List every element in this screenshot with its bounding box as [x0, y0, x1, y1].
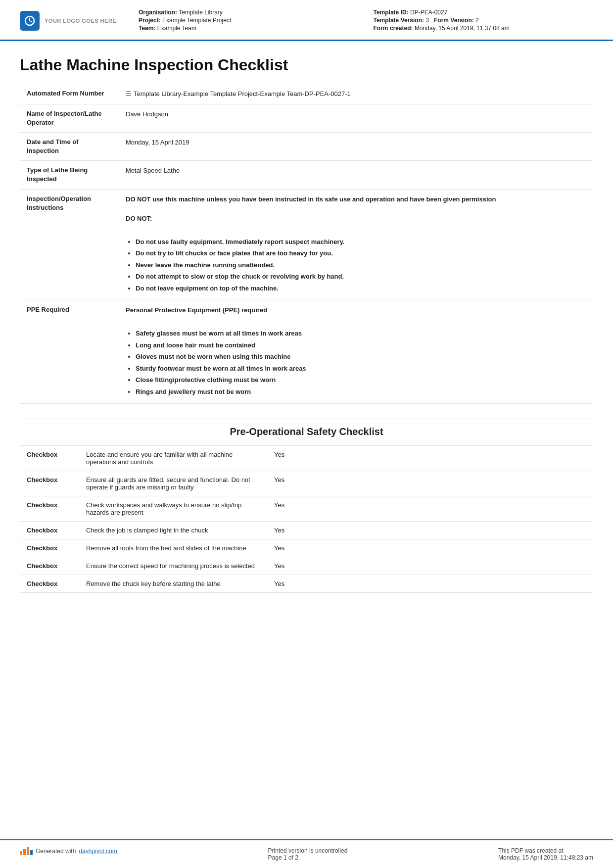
- ppe-item-3: Sturdy footwear must be worn at all time…: [136, 364, 586, 374]
- checklist-label-5: Checkbox: [20, 557, 79, 575]
- footer-middle-line2: Page 1 of 2: [268, 854, 348, 861]
- footer-right: This PDF was created at Monday, 15 April…: [498, 847, 593, 861]
- template-version-value: 3: [425, 17, 429, 24]
- checklist-label-3: Checkbox: [20, 522, 79, 539]
- template-id-value: DP-PEA-0027: [410, 9, 447, 16]
- instructions-value: DO NOT use this machine unless you have …: [119, 189, 593, 300]
- do-not-list: Do not use faulty equipment. Immediately…: [136, 237, 586, 293]
- header-meta-right: Template ID: DP-PEA-0027 Template Versio…: [374, 9, 594, 33]
- checklist-desc-4: Remove all tools from the bed and slides…: [79, 539, 267, 557]
- checklist-desc-5: Ensure the correct speed for machining p…: [79, 557, 267, 575]
- page-title: Lathe Machine Inspection Checklist: [20, 56, 593, 74]
- checklist-value-3: Yes: [267, 522, 593, 539]
- info-row-0: Automated Form Number ☰Template Library-…: [20, 84, 593, 104]
- template-id-label: Template ID:: [374, 9, 409, 16]
- ppe-row: PPE Required Personal Protective Equipme…: [20, 300, 593, 404]
- ppe-item-0: Safety glasses must be worn at all times…: [136, 329, 586, 338]
- checklist-label-0: Checkbox: [20, 446, 79, 471]
- checklist-desc-2: Check workspaces and walkways to ensure …: [79, 496, 267, 522]
- checklist-value-0: Yes: [267, 446, 593, 471]
- info-value-2: Monday, 15 April 2019: [119, 132, 593, 160]
- page: YOUR LOGO GOES HERE Organisation: Templa…: [0, 0, 613, 868]
- instructions-headline: DO NOT use this machine unless you have …: [126, 194, 586, 204]
- form-created-line: Form created: Monday, 15 April 2019, 11:…: [374, 25, 594, 32]
- project-line: Project: Example Template Project: [139, 17, 359, 24]
- ppe-item-1: Long and loose hair must be contained: [136, 340, 586, 350]
- project-value: Example Template Project: [162, 17, 231, 24]
- ppe-item-4: Close fitting/protective clothing must b…: [136, 375, 586, 385]
- checklist-label-4: Checkbox: [20, 539, 79, 557]
- header-meta: Organisation: Template Library Project: …: [139, 9, 593, 33]
- ppe-list: Safety glasses must be worn at all times…: [136, 329, 586, 396]
- do-not-item-4: Do not leave equipment on top of the mac…: [136, 284, 586, 293]
- checklist-row-0: Checkbox Locate and ensure you are famil…: [20, 446, 593, 471]
- logo-area: YOUR LOGO GOES HERE: [20, 11, 119, 31]
- form-created-value: Monday, 15 April 2019, 11:37:08 am: [415, 25, 510, 32]
- checklist-row-4: Checkbox Remove all tools from the bed a…: [20, 539, 593, 557]
- checklist-desc-6: Remove the chuck key before starting the…: [79, 575, 267, 593]
- form-created-label: Form created:: [374, 25, 413, 32]
- footer-right-line1: This PDF was created at: [498, 847, 593, 854]
- form-icon: ☰: [126, 90, 132, 97]
- bar-chart-icon: [20, 847, 33, 855]
- footer-middle-line1: Printed version is uncontrolled: [268, 847, 348, 854]
- template-version-label: Template Version:: [374, 17, 424, 24]
- pre-op-section-header: Pre-Operational Safety Checklist: [20, 419, 593, 446]
- checklist-row-1: Checkbox Ensure all guards are fitted, s…: [20, 471, 593, 496]
- do-not-item-2: Never leave the machine running unattend…: [136, 260, 586, 270]
- footer-left: Generated with dashpivot.com: [20, 847, 117, 855]
- header: YOUR LOGO GOES HERE Organisation: Templa…: [0, 0, 613, 41]
- info-value-3: Metal Speed Lathe: [119, 161, 593, 189]
- form-version-value: 2: [475, 17, 479, 24]
- ppe-value: Personal Protective Equipment (PPE) requ…: [119, 300, 593, 404]
- template-version-line: Template Version: 3 Form Version: 2: [374, 17, 594, 24]
- checklist-table: Checkbox Locate and ensure you are famil…: [20, 446, 593, 593]
- checklist-value-6: Yes: [267, 575, 593, 593]
- footer-middle: Printed version is uncontrolled Page 1 o…: [268, 847, 348, 861]
- instructions-label: Inspection/Operation Instructions: [20, 189, 119, 300]
- footer-link[interactable]: dashpivot.com: [79, 848, 117, 855]
- footer-right-line2: Monday, 15 April 2019, 11:48:23 am: [498, 854, 593, 861]
- template-id-line: Template ID: DP-PEA-0027: [374, 9, 594, 16]
- main-content: Lathe Machine Inspection Checklist Autom…: [0, 41, 613, 839]
- checklist-value-1: Yes: [267, 471, 593, 496]
- logo-text: YOUR LOGO GOES HERE: [45, 18, 116, 24]
- info-label-0: Automated Form Number: [20, 84, 119, 104]
- do-not-item-1: Do not try to lift chucks or face plates…: [136, 248, 586, 258]
- org-line: Organisation: Template Library: [139, 9, 359, 16]
- checklist-value-2: Yes: [267, 496, 593, 522]
- checklist-desc-0: Locate and ensure you are familiar with …: [79, 446, 267, 471]
- checklist-row-5: Checkbox Ensure the correct speed for ma…: [20, 557, 593, 575]
- ppe-label: PPE Required: [20, 300, 119, 404]
- do-not-item-3: Do not attempt to slow or stop the chuck…: [136, 272, 586, 282]
- checklist-row-6: Checkbox Remove the chuck key before sta…: [20, 575, 593, 593]
- checklist-value-5: Yes: [267, 557, 593, 575]
- team-line: Team: Example Team: [139, 25, 359, 32]
- info-label-3: Type of Lathe Being Inspected: [20, 161, 119, 189]
- footer: Generated with dashpivot.com Printed ver…: [0, 839, 613, 868]
- team-value: Example Team: [157, 25, 196, 32]
- info-label-2: Date and Time of Inspection: [20, 132, 119, 160]
- form-version-label: Form Version:: [434, 17, 474, 24]
- org-label: Organisation:: [139, 9, 177, 16]
- project-label: Project:: [139, 17, 161, 24]
- checklist-label-2: Checkbox: [20, 496, 79, 522]
- info-row-2: Date and Time of Inspection Monday, 15 A…: [20, 132, 593, 160]
- info-label-1: Name of Inspector/Lathe Operator: [20, 104, 119, 132]
- info-table: Automated Form Number ☰Template Library-…: [20, 84, 593, 404]
- do-not-item-0: Do not use faulty equipment. Immediately…: [136, 237, 586, 247]
- do-not-label: DO NOT:: [126, 214, 586, 224]
- ppe-headline: Personal Protective Equipment (PPE) requ…: [126, 305, 586, 315]
- checklist-desc-3: Check the job is clamped tight in the ch…: [79, 522, 267, 539]
- header-meta-left: Organisation: Template Library Project: …: [139, 9, 359, 33]
- checklist-row-2: Checkbox Check workspaces and walkways t…: [20, 496, 593, 522]
- logo-icon: [20, 11, 40, 31]
- checklist-value-4: Yes: [267, 539, 593, 557]
- checklist-row-3: Checkbox Check the job is clamped tight …: [20, 522, 593, 539]
- info-row-1: Name of Inspector/Lathe Operator Dave Ho…: [20, 104, 593, 132]
- footer-generated-text: Generated with: [36, 848, 76, 855]
- ppe-item-2: Gloves must not be worn when using this …: [136, 352, 586, 362]
- info-row-3: Type of Lathe Being Inspected Metal Spee…: [20, 161, 593, 189]
- checklist-desc-1: Ensure all guards are fitted, secure and…: [79, 471, 267, 496]
- ppe-item-5: Rings and jewellery must not be worn: [136, 387, 586, 397]
